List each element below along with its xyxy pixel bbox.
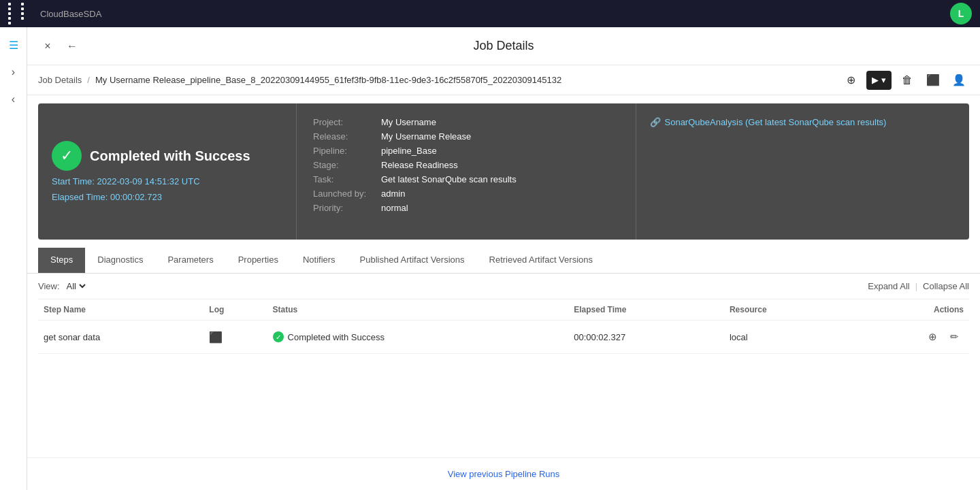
- job-elapsed-time: Elapsed Time: 00:00:02.723: [52, 192, 282, 202]
- status-check-icon: ✓: [61, 147, 73, 165]
- link-icon: 🔗: [650, 117, 661, 127]
- play-dropdown-icon[interactable]: ▾: [881, 75, 886, 85]
- main-content: × ← Job Details Job Details / My Usernam…: [27, 27, 980, 490]
- view-select[interactable]: All: [64, 280, 88, 292]
- job-metadata-section: Project: My Username Release: My Usernam…: [297, 103, 636, 240]
- status-dot-check-icon: ✓: [276, 333, 281, 341]
- log-icon[interactable]: ⬛: [209, 331, 223, 343]
- top-bar: CloudBaseSDA L: [0, 0, 980, 27]
- user-action-button[interactable]: 👤: [949, 70, 969, 91]
- job-start-time: Start Time: 2022-03-09 14:51:32 UTC: [52, 176, 282, 186]
- user-avatar[interactable]: L: [950, 3, 972, 24]
- sidebar: ☰ › ‹: [0, 27, 27, 490]
- col-status: Status: [267, 299, 569, 321]
- close-button[interactable]: ×: [38, 37, 57, 56]
- table-row: get sonar data ⬛ ✓ Completed with Succes…: [38, 321, 969, 354]
- run-button[interactable]: ▶ ▾: [866, 71, 892, 90]
- expand-all-link[interactable]: Expand All: [868, 281, 909, 291]
- sidebar-menu-icon[interactable]: ☰: [3, 34, 24, 56]
- play-icon: ▶: [872, 75, 879, 85]
- tab-parameters[interactable]: Parameters: [155, 248, 225, 273]
- cell-elapsed-time: 00:00:02.327: [568, 321, 724, 354]
- meta-release: Release: My Username Release: [313, 131, 619, 142]
- panel-title: Job Details: [473, 39, 534, 53]
- back-button[interactable]: ←: [63, 37, 82, 56]
- delete-button[interactable]: 🗑: [897, 70, 917, 91]
- col-step-name: Step Name: [38, 299, 203, 321]
- collapse-all-link[interactable]: Collapse All: [923, 281, 969, 291]
- col-resource: Resource: [724, 299, 843, 321]
- table-section: View: All Expand All | Collapse All Step…: [27, 274, 980, 457]
- breadcrumb-current: My Username Release_pipeline_Base_8_2022…: [95, 75, 561, 85]
- meta-project: Project: My Username: [313, 117, 619, 127]
- app-title: CloudBaseSDA: [40, 9, 101, 19]
- breadcrumb-parent[interactable]: Job Details: [38, 75, 82, 85]
- sidebar-nav-icon[interactable]: ›: [3, 61, 24, 83]
- export-button[interactable]: ⬛: [923, 70, 943, 91]
- panel-header-left: × ←: [38, 37, 82, 56]
- meta-stage: Stage: Release Readiness: [313, 160, 619, 170]
- panel-header: × ← Job Details: [27, 27, 980, 65]
- status-dot: ✓: [273, 331, 284, 342]
- job-status-row: ✓ Completed with Success: [52, 141, 282, 171]
- job-info-panel: ✓ Completed with Success Start Time: 202…: [38, 103, 969, 240]
- cell-actions: ⊕ ✏: [842, 321, 969, 354]
- tab-retrieved-artifact-versions[interactable]: Retrieved Artifact Versions: [477, 248, 605, 273]
- tab-published-artifact-versions[interactable]: Published Artifact Versions: [348, 248, 477, 273]
- target-icon[interactable]: ⊕: [840, 70, 861, 91]
- artifact-link[interactable]: 🔗 SonarQubeAnalysis (Get latest SonarQub…: [650, 117, 956, 127]
- app-grid-icon: [8, 3, 32, 24]
- breadcrumb-bar: Job Details / My Username Release_pipeli…: [27, 65, 980, 95]
- job-status-section: ✓ Completed with Success Start Time: 202…: [38, 103, 297, 240]
- view-filter: View: All: [38, 280, 88, 292]
- sidebar-back-icon[interactable]: ‹: [3, 88, 24, 110]
- row-edit-icon[interactable]: ✏: [945, 327, 964, 346]
- job-status-title: Completed with Success: [90, 148, 250, 164]
- tab-properties[interactable]: Properties: [226, 248, 291, 273]
- meta-priority: Priority: normal: [313, 203, 619, 213]
- status-text: Completed with Success: [288, 332, 385, 342]
- cell-resource: local: [724, 321, 843, 354]
- view-previous-runs-link[interactable]: View previous Pipeline Runs: [27, 457, 980, 490]
- cell-status: ✓ Completed with Success: [267, 321, 569, 354]
- col-elapsed-time: Elapsed Time: [568, 299, 724, 321]
- cell-log[interactable]: ⬛: [203, 321, 267, 354]
- cell-step-name: get sonar data: [38, 321, 203, 354]
- job-details-panel: × ← Job Details Job Details / My Usernam…: [27, 27, 980, 490]
- col-log: Log: [203, 299, 267, 321]
- table-toolbar: View: All Expand All | Collapse All: [38, 274, 969, 299]
- tab-steps[interactable]: Steps: [38, 248, 85, 273]
- meta-task: Task: Get latest SonarQube scan results: [313, 174, 619, 184]
- tabs-bar: Steps Diagnostics Parameters Properties …: [27, 248, 980, 274]
- tab-diagnostics[interactable]: Diagnostics: [85, 248, 155, 273]
- meta-launched: Launched by: admin: [313, 189, 619, 199]
- tab-notifiers[interactable]: Notifiers: [291, 248, 348, 273]
- steps-table: Step Name Log Status Elapsed Time Resour…: [38, 299, 969, 354]
- status-circle: ✓: [52, 141, 82, 171]
- table-actions: Expand All | Collapse All: [868, 281, 969, 291]
- table-header-row: Step Name Log Status Elapsed Time Resour…: [38, 299, 969, 321]
- breadcrumb-separator: /: [87, 75, 90, 85]
- row-target-icon[interactable]: ⊕: [923, 327, 942, 346]
- meta-pipeline: Pipeline: pipeline_Base: [313, 146, 619, 156]
- breadcrumb-actions: ⊕ ▶ ▾ 🗑 ⬛ 👤: [840, 70, 969, 91]
- col-actions: Actions: [842, 299, 969, 321]
- job-artifact-section: 🔗 SonarQubeAnalysis (Get latest SonarQub…: [636, 103, 970, 240]
